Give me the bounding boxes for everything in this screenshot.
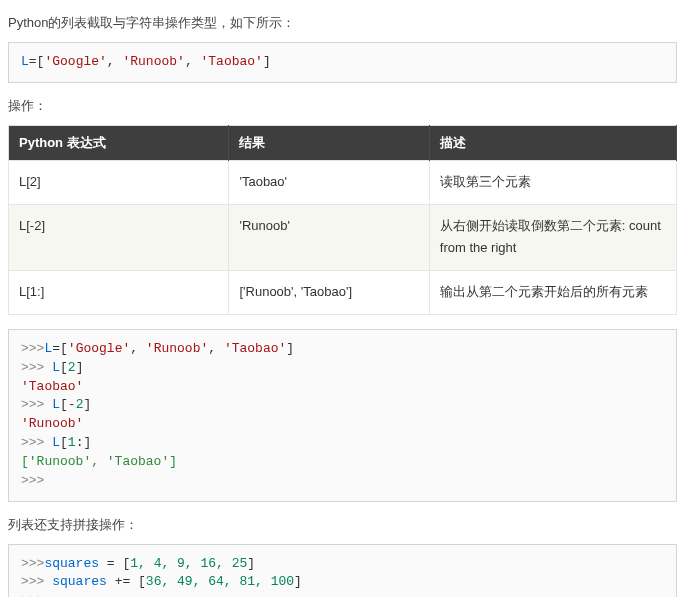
code-token: = [99, 556, 122, 571]
code-token: 36, 49, 64, 81, 100 [146, 574, 294, 589]
code-token: ] [286, 341, 294, 356]
code-token: 1, 4, 9, 16, 25 [130, 556, 247, 571]
intro-text: Python的列表截取与字符串操作类型，如下所示： [8, 14, 677, 32]
col-header-desc: 描述 [429, 125, 676, 160]
cell-desc: 从右侧开始读取倒数第二个元素: count from the right [429, 204, 676, 271]
cell-desc: 读取第三个元素 [429, 160, 676, 204]
code-token: 'Runoob' [122, 54, 184, 69]
code-token: squares [44, 556, 99, 571]
code-token: ] [247, 556, 255, 571]
code-token: L [21, 54, 29, 69]
table-row: L[2] 'Taobao' 读取第三个元素 [9, 160, 677, 204]
prompt: >>> [21, 435, 52, 450]
prompt: >>> [21, 360, 52, 375]
cell-result: ['Runoob', 'Taobao'] [229, 271, 429, 315]
code-token: squares [52, 574, 107, 589]
code-token: ] [294, 574, 302, 589]
code-token: L [52, 397, 60, 412]
code-token: ] [83, 435, 91, 450]
cell-result: 'Runoob' [229, 204, 429, 271]
cell-expr: L[1:] [9, 271, 229, 315]
prompt: >>> [21, 397, 52, 412]
prompt: >>> [21, 593, 52, 597]
col-header-expression: Python 表达式 [9, 125, 229, 160]
cell-desc: 输出从第二个元素开始后的所有元素 [429, 271, 676, 315]
code-block-definition: L=['Google', 'Runoob', 'Taobao'] [8, 42, 677, 83]
code-token: ] [76, 360, 84, 375]
code-output: ['Runoob', 'Taobao'] [21, 454, 177, 469]
cell-result: 'Taobao' [229, 160, 429, 204]
operations-table: Python 表达式 结果 描述 L[2] 'Taobao' 读取第三个元素 L… [8, 125, 677, 315]
code-token: - [68, 397, 76, 412]
code-token: 'Taobao' [224, 341, 286, 356]
col-header-result: 结果 [229, 125, 429, 160]
code-token: , [130, 341, 146, 356]
code-block-repl-concat: >>>squares = [1, 4, 9, 16, 25] >>> squar… [8, 544, 677, 597]
prompt: >>> [21, 574, 52, 589]
cell-expr: L[-2] [9, 204, 229, 271]
cell-expr: L[2] [9, 160, 229, 204]
prompt: >>> [21, 556, 44, 571]
table-row: L[-2] 'Runoob' 从右侧开始读取倒数第二个元素: count fro… [9, 204, 677, 271]
code-token: 2 [68, 360, 76, 375]
code-token: += [107, 574, 138, 589]
prompt: >>> [21, 341, 44, 356]
concat-label: 列表还支持拼接操作： [8, 516, 677, 534]
code-token: [ [138, 574, 146, 589]
code-output: 'Taobao' [21, 379, 83, 394]
code-token: L [52, 360, 60, 375]
code-token: 'Google' [44, 54, 106, 69]
code-block-repl-slicing: >>>L=['Google', 'Runoob', 'Taobao'] >>> … [8, 329, 677, 502]
code-token: 'Google' [68, 341, 130, 356]
code-token: squares [52, 593, 107, 597]
code-token: ] [83, 397, 91, 412]
code-token: L [52, 435, 60, 450]
code-token: [ [60, 360, 68, 375]
code-token: , [185, 54, 201, 69]
prompt: >>> [21, 473, 44, 488]
code-token: , [208, 341, 224, 356]
table-row: L[1:] ['Runoob', 'Taobao'] 输出从第二个元素开始后的所… [9, 271, 677, 315]
code-token: ] [263, 54, 271, 69]
ops-label: 操作： [8, 97, 677, 115]
code-token: , [107, 54, 123, 69]
code-token: [ [60, 435, 68, 450]
table-header-row: Python 表达式 结果 描述 [9, 125, 677, 160]
code-token: =[ [52, 341, 68, 356]
code-output: 'Runoob' [21, 416, 83, 431]
code-token: =[ [29, 54, 45, 69]
code-token: 'Runoob' [146, 341, 208, 356]
code-token: 1 [68, 435, 76, 450]
code-token: 'Taobao' [200, 54, 262, 69]
code-token: [ [60, 397, 68, 412]
